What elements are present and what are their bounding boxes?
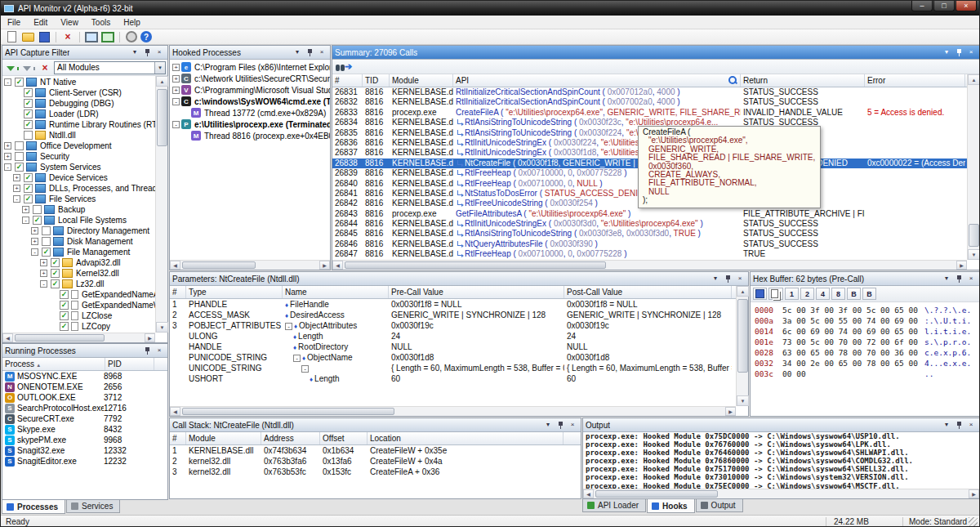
tree-expander-icon[interactable]: -	[172, 121, 180, 128]
summary-row[interactable]: 268438816procexp.exeGetFileAttributesA (…	[332, 209, 967, 219]
filter-checkbox[interactable]: ✓	[60, 301, 69, 310]
parameter-row[interactable]: PUNICODE_STRING-♦ObjectName0x0030f1d80x0…	[170, 352, 736, 363]
scroll-down-arrow[interactable]: ▼	[968, 249, 980, 260]
hooked-process-item[interactable]: +eC:\Program Files (x86)\Internet Explor…	[170, 61, 330, 73]
horizontal-scrollbar[interactable]: ◀ ▶	[332, 260, 967, 270]
tree-expander-icon[interactable]: -	[172, 98, 180, 105]
scroll-right-arrow[interactable]: ▶	[725, 407, 736, 416]
process-row[interactable]: CSecureCRT.exe7792	[2, 413, 167, 424]
filter-checkbox[interactable]: ✓	[60, 322, 69, 331]
filter-tree-item[interactable]: ✓LZCopy	[2, 321, 155, 332]
hex-group-4-bytes-button[interactable]: 4	[816, 288, 830, 300]
scroll-thumb[interactable]	[345, 261, 606, 269]
chevron-down-icon[interactable]: ▾	[941, 274, 952, 284]
parameter-row[interactable]: 2ACCESS_MASK♦DesiredAccessGENERIC_WRITE …	[170, 310, 736, 320]
process-row[interactable]: MMSOSYNC.EXE8968	[2, 371, 167, 382]
filter-tree-item[interactable]: ✓Runtime Library Routines (RTL)	[2, 119, 155, 130]
summary-row[interactable]: 268318816KERNELBASE.dllRtlInitializeCrit…	[332, 87, 967, 97]
resize-grip[interactable]	[969, 517, 978, 526]
hooked-process-item[interactable]: -Pe:\Utilities\procexp.exe (Terminated)	[170, 118, 330, 130]
open-file-icon[interactable]	[20, 30, 35, 43]
tree-expander-icon[interactable]: +	[31, 238, 38, 245]
start-monitor-icon[interactable]	[100, 30, 115, 43]
filter-checkbox[interactable]	[42, 226, 51, 235]
process-row[interactable]: SSkype.exe8432	[2, 424, 167, 435]
modules-dropdown[interactable]: All Modules ▾	[54, 61, 166, 74]
parameters-column-post-call-value[interactable]: Post-Call Value	[564, 286, 732, 298]
pin-icon[interactable]	[141, 346, 153, 356]
filter-tree-item[interactable]: -✓Local File Systems	[2, 215, 155, 226]
hooked-process-item[interactable]: +Cc:\Network Utilities\SecureCRT\SecureC…	[170, 73, 330, 84]
filter-checkbox[interactable]	[15, 141, 24, 150]
tree-expander-icon[interactable]: +	[13, 174, 20, 181]
scroll-left-arrow[interactable]: ◀	[170, 407, 180, 416]
hooked-process-item[interactable]: -Cc:\windows\SysWOW64\cmd.exe (Terminate…	[170, 96, 330, 107]
process-row[interactable]: NONENOTEM.EXE2656	[2, 382, 167, 392]
summary-row[interactable]: 268478816KERNELBASE.dllRtlFreeHeap ( 0x0…	[332, 249, 967, 259]
filter-checkbox[interactable]	[33, 205, 42, 214]
chevron-down-icon[interactable]: ▾	[292, 47, 303, 58]
filter-tree-item[interactable]: ✓GetExpandedNameA	[2, 289, 155, 300]
help-icon[interactable]: ?	[140, 31, 152, 42]
tree-expander-icon[interactable]: -	[293, 355, 301, 362]
tree-expander-icon[interactable]: +	[4, 142, 11, 150]
tree-expander-icon[interactable]: +	[40, 270, 47, 277]
scroll-thumb[interactable]	[182, 261, 256, 269]
horizontal-scrollbar[interactable]: ◀ ▶	[2, 333, 155, 342]
filter-checkbox[interactable]: ✓	[15, 78, 24, 87]
parameter-row[interactable]: HANDLE♦RootDirectoryNULLNULL	[170, 342, 736, 352]
call-stack-column-location[interactable]: Location	[368, 432, 564, 444]
menu-item-help[interactable]: Help	[117, 16, 147, 29]
menu-item-view[interactable]: View	[54, 16, 85, 29]
chevron-down-icon[interactable]: ▾	[542, 420, 554, 431]
hooked-process-item[interactable]: MThread 13772 (cmd.exe+0x829A)	[170, 107, 330, 118]
horizontal-scrollbar[interactable]: ◀ ▶	[170, 260, 330, 270]
hex-group-8-bytes-button[interactable]: 8	[831, 288, 845, 300]
tree-expander-icon[interactable]: -	[301, 365, 309, 373]
scroll-left-arrow[interactable]: ◀	[170, 261, 180, 270]
tab-hooks[interactable]: Hooks	[647, 499, 695, 513]
filter-checkbox[interactable]: ✓	[24, 120, 33, 129]
maximize-button[interactable]: □	[933, 1, 955, 11]
close-icon[interactable]: ×	[154, 47, 165, 58]
menu-item-edit[interactable]: Edit	[27, 16, 54, 29]
scroll-left-arrow[interactable]: ◀	[583, 489, 594, 498]
tree-expander-icon[interactable]: +	[172, 87, 180, 94]
filter-checkbox[interactable]: ✓	[60, 311, 69, 320]
pin-icon[interactable]	[141, 47, 153, 58]
filter-checkbox[interactable]: ✓	[42, 248, 51, 257]
running-column-pid[interactable]: PID	[105, 358, 154, 370]
filter-tree-item[interactable]: -✓System Services	[2, 162, 155, 172]
filter-tree-item[interactable]: +Office Development	[2, 141, 155, 151]
close-icon[interactable]: ×	[567, 420, 578, 431]
process-row[interactable]: OOUTLOOK.EXE3712	[2, 392, 167, 403]
scroll-left-arrow[interactable]: ◀	[332, 261, 343, 270]
filter-checkbox[interactable]: ✓	[15, 163, 24, 172]
scroll-up-arrow[interactable]: ▲	[156, 76, 168, 87]
filter-tree-item[interactable]: +✓Device Services	[2, 172, 155, 183]
tab-output[interactable]: Output	[696, 499, 743, 512]
filter-tree-item[interactable]: -✓File Services	[2, 194, 155, 204]
chevron-down-icon[interactable]: ▾	[941, 420, 952, 431]
tree-expander-icon[interactable]: +	[4, 153, 11, 160]
vertical-scrollbar[interactable]: ▲ ▼	[736, 286, 748, 406]
summary-row[interactable]: 268448816KERNELBASE.dllRtlInitUnicodeStr…	[332, 219, 967, 229]
parameter-row[interactable]: USHORT♦Length6060	[170, 373, 736, 384]
call-stack-column-num[interactable]: #	[170, 432, 186, 444]
filter-checkbox[interactable]: ✓	[60, 290, 69, 299]
tree-expander-icon[interactable]: -	[4, 78, 11, 86]
parameters-column-name[interactable]: Name	[283, 286, 389, 298]
new-monitor-icon[interactable]	[84, 30, 99, 43]
summary-column-tid[interactable]: TID	[363, 74, 390, 87]
close-icon[interactable]: ×	[734, 274, 746, 284]
settings-icon[interactable]	[124, 30, 139, 43]
parameter-row[interactable]: 1PHANDLE♦FileHandle0x0030f1f8 = NULL0x00…	[170, 299, 736, 310]
call-stack-column-module[interactable]: Module	[186, 432, 261, 444]
filter-checkbox[interactable]: ✓	[33, 216, 42, 225]
pin-icon[interactable]	[722, 274, 733, 284]
filter-checkbox[interactable]: ✓	[51, 269, 60, 278]
tree-expander-icon[interactable]: -	[4, 163, 11, 171]
process-row[interactable]: SskypePM.exe9968	[2, 435, 167, 445]
summary-column-api[interactable]: API	[453, 74, 741, 87]
hex-group-1-byte-button[interactable]: 1	[785, 288, 799, 300]
